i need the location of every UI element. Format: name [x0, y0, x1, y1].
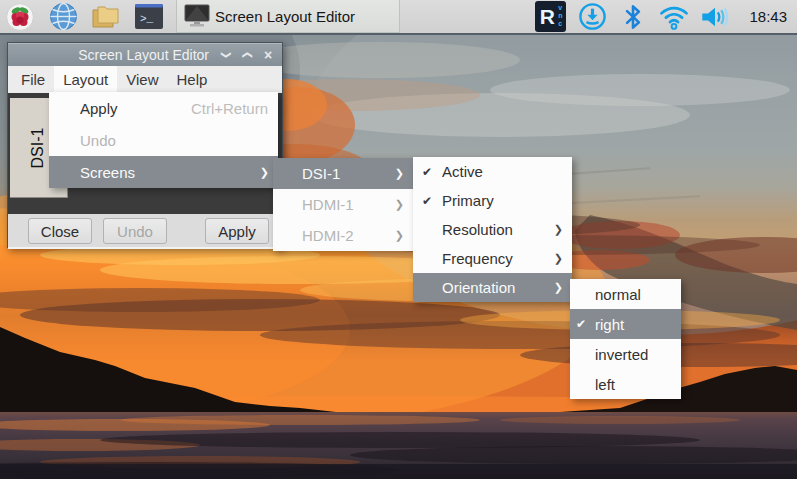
svg-text:>_: >_ — [140, 13, 154, 25]
browser-globe-icon[interactable] — [48, 2, 78, 32]
menu-item-hdmi1[interactable]: HDMI-1 ❯ — [273, 189, 413, 220]
orientation-submenu: normal ✔ right inverted left — [570, 279, 681, 399]
menu-item-primary[interactable]: ✔ Primary — [413, 186, 572, 215]
wifi-tray-icon[interactable] — [659, 2, 689, 32]
taskbar-clock[interactable]: 18:43 — [741, 8, 787, 25]
dsi1-submenu: ✔ Active ✔ Primary Resolution ❯ Frequenc… — [413, 157, 572, 302]
submenu-arrow-icon: ❯ — [554, 252, 572, 265]
checkmark-icon: ✔ — [413, 165, 442, 179]
undo-button[interactable]: Undo — [103, 218, 167, 244]
menubar: File Layout View Help — [8, 66, 282, 93]
screen-block-label: DSI-1 — [30, 127, 48, 168]
file-manager-icon[interactable] — [91, 2, 121, 32]
close-button[interactable]: Close — [28, 218, 92, 244]
terminal-icon[interactable]: >_ — [134, 2, 164, 32]
menu-item-screens[interactable]: Screens ❯ — [49, 156, 278, 188]
menu-item-dsi1[interactable]: DSI-1 ❯ — [273, 158, 413, 189]
taskbar: >_ Screen Layout Editor R vnc — [0, 0, 797, 35]
raspberry-menu-icon[interactable] — [5, 2, 35, 32]
window-titlebar[interactable]: Screen Layout Editor ❯ ❯ × — [8, 43, 282, 66]
menu-item-frequency[interactable]: Frequency ❯ — [413, 244, 572, 273]
shortcut-label: Ctrl+Return — [191, 100, 278, 117]
menu-item-left[interactable]: left — [570, 369, 681, 399]
checkmark-icon: ✔ — [570, 317, 595, 331]
submenu-arrow-icon: ❯ — [395, 167, 413, 180]
taskbar-window-label: Screen Layout Editor — [215, 8, 355, 25]
menu-item-right[interactable]: ✔ right — [570, 309, 681, 339]
updater-tray-icon[interactable] — [577, 2, 607, 32]
volume-tray-icon[interactable] — [700, 2, 730, 32]
desktop: >_ Screen Layout Editor R vnc — [0, 0, 797, 479]
apply-button[interactable]: Apply — [205, 218, 269, 244]
taskbar-window-button[interactable]: Screen Layout Editor — [176, 0, 400, 33]
menu-item-active[interactable]: ✔ Active — [413, 157, 572, 186]
submenu-arrow-icon: ❯ — [554, 223, 572, 236]
submenu-arrow-icon: ❯ — [395, 198, 413, 211]
window-menu-button[interactable]: ❯ — [220, 49, 232, 60]
window-shade-button[interactable]: ❯ — [241, 49, 253, 60]
window-buttonbar: Close Undo Apply — [8, 214, 282, 249]
monitor-icon — [183, 3, 211, 29]
menu-item-resolution[interactable]: Resolution ❯ — [413, 215, 572, 244]
menu-item-normal[interactable]: normal — [570, 279, 681, 309]
screens-submenu: DSI-1 ❯ HDMI-1 ❯ HDMI-2 ❯ — [273, 158, 413, 251]
menu-item-orientation[interactable]: Orientation ❯ — [413, 273, 572, 302]
menu-item-apply[interactable]: Apply Ctrl+Return — [49, 92, 278, 124]
menubar-item-layout[interactable]: Layout — [54, 66, 117, 93]
window-close-button[interactable]: × — [262, 48, 274, 62]
chevron-up-icon: ❯ — [242, 51, 252, 59]
checkmark-icon: ✔ — [413, 194, 442, 208]
menubar-item-view[interactable]: View — [117, 66, 167, 93]
menu-item-hdmi2[interactable]: HDMI-2 ❯ — [273, 220, 413, 251]
window-title: Screen Layout Editor — [78, 47, 209, 63]
close-icon: × — [264, 47, 272, 63]
menubar-item-help[interactable]: Help — [167, 66, 216, 93]
layout-menu: Apply Ctrl+Return Undo Screens ❯ — [49, 92, 278, 188]
menubar-item-file[interactable]: File — [12, 66, 54, 93]
menu-item-inverted[interactable]: inverted — [570, 339, 681, 369]
vnc-tray-icon[interactable]: R vnc — [535, 1, 566, 32]
submenu-arrow-icon: ❯ — [395, 229, 413, 242]
chevron-down-icon: ❯ — [221, 51, 231, 59]
bluetooth-tray-icon[interactable] — [618, 2, 648, 32]
menu-item-undo[interactable]: Undo — [49, 124, 278, 156]
